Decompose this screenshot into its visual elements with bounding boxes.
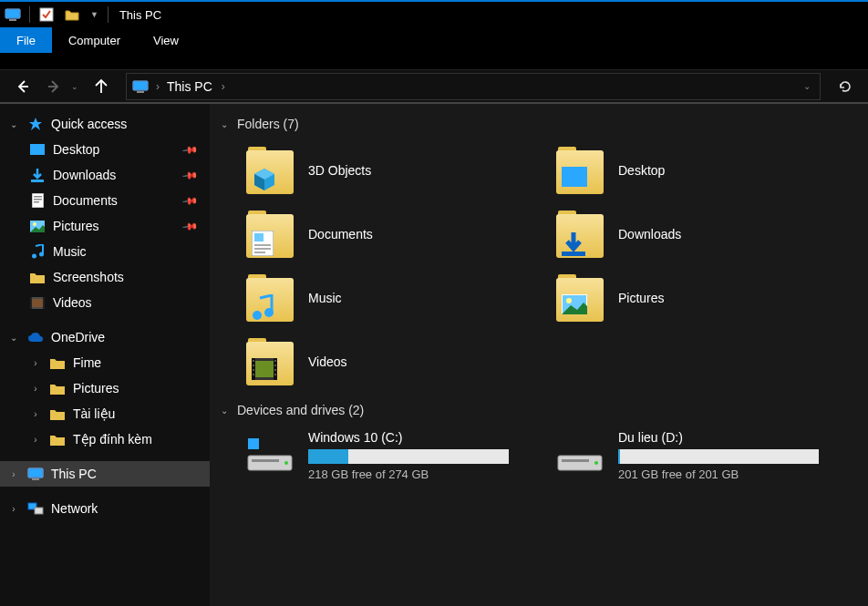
chevron-right-icon[interactable]: › — [7, 469, 20, 479]
chevron-down-icon: ⌄ — [221, 119, 228, 129]
title-bar: ▼ This PC — [0, 0, 868, 27]
folder-item[interactable]: 3D Objects — [243, 140, 534, 200]
music-icon — [252, 294, 277, 320]
main-view: ⌄ Folders (7) 3D Objects Desktop Documen… — [210, 104, 868, 606]
videos-icon — [252, 358, 277, 384]
svg-rect-38 — [255, 361, 274, 377]
sidebar-item-label: This PC — [51, 467, 97, 481]
address-dropdown-icon[interactable]: ⌄ — [803, 81, 811, 91]
chevron-down-icon[interactable]: ⌄ — [7, 119, 20, 129]
svg-rect-6 — [137, 91, 144, 93]
group-header-drives[interactable]: ⌄ Devices and drives (2) — [221, 403, 857, 417]
svg-rect-12 — [34, 201, 39, 203]
tab-computer[interactable]: Computer — [52, 27, 137, 53]
svg-point-34 — [264, 308, 274, 317]
folder-icon — [29, 269, 46, 285]
tab-view[interactable]: View — [137, 27, 195, 53]
folder-item[interactable]: Desktop — [553, 140, 844, 200]
sidebar-item-pictures[interactable]: Pictures 📌 — [0, 213, 210, 239]
sidebar-item-label: Fime — [73, 355, 101, 370]
sidebar-item-music[interactable]: Music — [0, 239, 210, 264]
new-folder-icon[interactable] — [62, 5, 82, 25]
svg-rect-9 — [32, 193, 44, 208]
back-button[interactable] — [9, 73, 36, 100]
music-icon — [29, 243, 46, 260]
drive-status: 201 GB free of 201 GB — [618, 467, 841, 481]
sidebar-item-label: Quick access — [51, 117, 127, 131]
this-pc-icon — [132, 78, 149, 95]
drive-item[interactable]: Windows 10 (C:) 218 GB free of 274 GB — [243, 426, 534, 485]
sidebar-item-tep-dinh-kem[interactable]: › Tệp đính kèm — [0, 426, 210, 452]
refresh-button[interactable] — [832, 79, 859, 94]
sidebar-item-screenshots[interactable]: Screenshots — [0, 264, 210, 290]
folder-item[interactable]: Documents — [243, 204, 534, 264]
chevron-right-icon[interactable]: › — [29, 384, 42, 394]
network-icon — [27, 500, 44, 517]
svg-point-36 — [566, 298, 572, 303]
sidebar-item-desktop[interactable]: Desktop 📌 — [0, 137, 210, 162]
folder-item[interactable]: Downloads — [553, 204, 844, 264]
drive-status: 218 GB free of 274 GB — [308, 467, 531, 481]
sidebar-item-this-pc[interactable]: › This PC — [0, 461, 210, 487]
svg-rect-42 — [253, 365, 254, 366]
svg-rect-49 — [248, 438, 259, 449]
breadcrumb[interactable]: This PC › — [167, 79, 225, 94]
up-button[interactable] — [88, 73, 115, 100]
folder-item[interactable]: Pictures — [553, 268, 844, 328]
sidebar-item-label: Documents — [53, 193, 118, 208]
group-header-folders[interactable]: ⌄ Folders (7) — [221, 117, 857, 131]
tab-file[interactable]: File — [0, 27, 52, 53]
properties-icon[interactable] — [36, 5, 57, 25]
sidebar-item-label: Desktop — [53, 142, 99, 157]
folder-icon — [49, 431, 66, 447]
sidebar-item-onedrive[interactable]: ⌄ OneDrive — [0, 324, 210, 350]
drive-item[interactable]: Du lieu (D:) 201 GB free of 201 GB — [553, 426, 844, 485]
this-pc-icon — [27, 466, 44, 482]
chevron-right-icon[interactable]: › — [156, 80, 160, 93]
sidebar-item-label: Tài liệu — [73, 406, 115, 421]
folder-item[interactable]: Videos — [243, 332, 534, 392]
sidebar-item-downloads[interactable]: Downloads 📌 — [0, 162, 210, 188]
folder-label: Videos — [308, 354, 347, 369]
pin-icon: 📌 — [181, 141, 199, 159]
folder-item[interactable]: Music — [243, 268, 534, 328]
chevron-right-icon[interactable]: › — [29, 435, 42, 445]
desktop-icon — [29, 141, 46, 158]
chevron-down-icon[interactable]: ⌄ — [7, 333, 20, 343]
chevron-right-icon[interactable]: › — [29, 409, 42, 419]
sidebar-item-fime[interactable]: › Fime — [0, 350, 210, 375]
svg-rect-48 — [274, 374, 276, 375]
folder-label: 3D Objects — [308, 163, 371, 178]
svg-point-52 — [284, 461, 288, 465]
sidebar-item-tai-lieu[interactable]: › Tài liệu — [0, 401, 210, 426]
sidebar-item-documents[interactable]: Documents 📌 — [0, 188, 210, 213]
qat-dropdown-icon[interactable]: ▼ — [90, 10, 98, 19]
address-bar[interactable]: › This PC › ⌄ — [126, 73, 821, 100]
folder-label: Documents — [308, 227, 373, 241]
svg-point-16 — [39, 252, 44, 257]
sidebar-item-videos[interactable]: Videos — [0, 290, 210, 315]
folder-label: Music — [308, 291, 342, 305]
svg-rect-31 — [254, 252, 265, 253]
forward-button[interactable] — [40, 73, 67, 100]
svg-rect-23 — [32, 478, 39, 480]
sidebar-item-od-pictures[interactable]: › Pictures — [0, 375, 210, 401]
drive-grid: Windows 10 (C:) 218 GB free of 274 GB Du… — [243, 426, 857, 485]
sidebar-item-network[interactable]: › Network — [0, 496, 210, 521]
svg-rect-2 — [9, 19, 16, 21]
chevron-right-icon[interactable]: › — [222, 80, 225, 93]
svg-rect-46 — [274, 365, 276, 366]
sidebar-item-quick-access[interactable]: ⌄ Quick access — [0, 111, 210, 137]
folder-icon — [556, 211, 604, 258]
chevron-right-icon[interactable]: › — [7, 504, 20, 514]
folder-icon — [246, 274, 294, 322]
chevron-right-icon[interactable]: › — [29, 358, 42, 368]
sidebar-item-label: Pictures — [73, 381, 119, 395]
svg-rect-44 — [253, 374, 254, 375]
drive-usage-bar — [618, 449, 819, 464]
pin-icon: 📌 — [181, 218, 199, 235]
folder-icon — [556, 147, 604, 194]
svg-point-15 — [32, 254, 36, 259]
recent-dropdown-icon[interactable]: ⌄ — [71, 82, 78, 91]
drive-icon — [556, 437, 604, 474]
